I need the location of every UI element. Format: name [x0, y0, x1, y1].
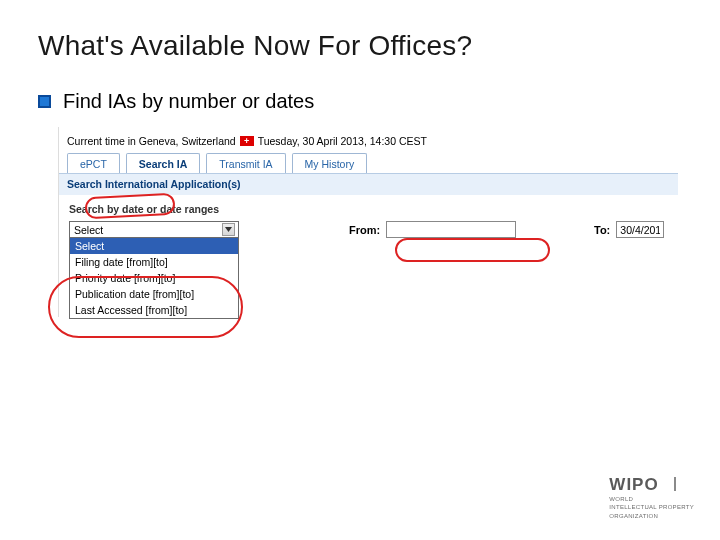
to-date-input[interactable] [616, 221, 664, 238]
vertical-bar-icon [674, 477, 676, 491]
option-last-accessed[interactable]: Last Accessed [from][to] [70, 302, 238, 318]
page-title: What's Available Now For Offices? [38, 30, 690, 62]
tab-bar: ePCT Search IA Transmit IA My History [59, 153, 678, 173]
swiss-flag-icon [240, 136, 254, 146]
logo-sub-2: INTELLECTUAL PROPERTY [609, 504, 694, 512]
logo-main-text: WIPO [609, 475, 658, 494]
timebar-value: Tuesday, 30 April 2013, 14:30 CEST [258, 135, 427, 147]
tab-epct[interactable]: ePCT [67, 153, 120, 173]
from-label: From: [349, 224, 380, 236]
from-date-input[interactable] [386, 221, 516, 238]
logo-sub-1: WORLD [609, 496, 694, 504]
option-priority-date[interactable]: Priority date [from][to] [70, 270, 238, 286]
tab-search-ia[interactable]: Search IA [126, 153, 200, 173]
search-panel: Search International Application(s) Sear… [59, 173, 678, 339]
panel-header: Search International Application(s) [59, 174, 678, 195]
option-publication-date[interactable]: Publication date [from][to] [70, 286, 238, 302]
panel-sublabel: Search by date or date ranges [69, 203, 668, 215]
square-bullet-icon [38, 95, 51, 108]
to-label: To: [594, 224, 610, 236]
bullet-item: Find IAs by number or dates [38, 90, 690, 113]
logo-sub-3: ORGANIZATION [609, 513, 694, 521]
tab-my-history[interactable]: My History [292, 153, 368, 173]
bullet-text: Find IAs by number or dates [63, 90, 314, 113]
svg-marker-0 [225, 227, 232, 232]
option-select[interactable]: Select [70, 238, 238, 254]
option-filing-date[interactable]: Filing date [from][to] [70, 254, 238, 270]
date-type-select[interactable]: Select [69, 221, 239, 238]
date-type-dropdown: Select Filing date [from][to] Priority d… [69, 238, 239, 319]
screenshot-panel: Current time in Geneva, Switzerland Tues… [58, 127, 678, 317]
select-value: Select [74, 224, 103, 236]
timebar: Current time in Geneva, Switzerland Tues… [59, 127, 678, 153]
wipo-logo: WIPO WORLD INTELLECTUAL PROPERTY ORGANIZ… [609, 475, 694, 521]
timebar-label: Current time in Geneva, Switzerland [67, 135, 236, 147]
chevron-down-icon [222, 223, 235, 236]
tab-transmit-ia[interactable]: Transmit IA [206, 153, 285, 173]
